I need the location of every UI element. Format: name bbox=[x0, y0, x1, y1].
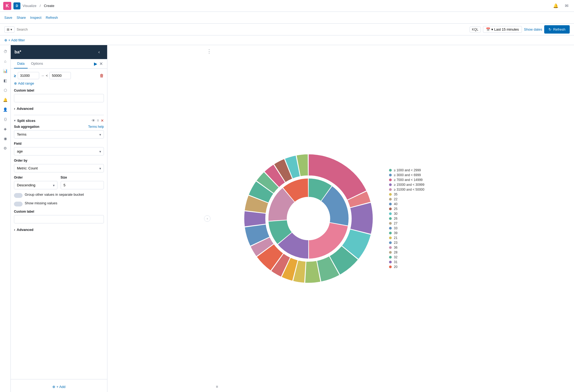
order-select[interactable]: Descending bbox=[14, 181, 57, 189]
chart-legend: ≥ 1000 and < 2999≥ 3000 and < 6999≥ 7000… bbox=[389, 168, 443, 269]
notifications-icon[interactable]: 🔔 bbox=[551, 2, 560, 10]
mail-icon[interactable]: ✉ bbox=[562, 2, 571, 10]
range-gte-input[interactable] bbox=[18, 72, 39, 79]
legend-label: ≥ 7000 and < 14999 bbox=[394, 178, 423, 182]
field-select[interactable]: age bbox=[14, 147, 104, 155]
legend-dot bbox=[389, 266, 392, 268]
sidebar-item-alerts[interactable]: 🔔 bbox=[1, 96, 10, 104]
legend-item: 30 bbox=[389, 212, 443, 216]
chevron-down-icon: ▾ bbox=[491, 27, 493, 31]
add-filter-button[interactable]: ⊕ + Add filter bbox=[4, 38, 25, 42]
panel-tabs: Data Options ▶ ✕ bbox=[11, 59, 107, 69]
chart-three-dot-button[interactable]: ⋮ bbox=[207, 48, 212, 54]
order-label: Order bbox=[14, 176, 57, 179]
range-lt-input[interactable] bbox=[49, 72, 71, 79]
show-missing-toggle[interactable] bbox=[14, 202, 23, 206]
sidebar-item-users[interactable]: 👤 bbox=[1, 105, 10, 114]
app-logo[interactable]: K bbox=[3, 2, 11, 10]
group-other-label: Group other values in separate bucket bbox=[25, 193, 84, 197]
legend-item: ≥ 15000 and < 30999 bbox=[389, 183, 443, 187]
tab-options[interactable]: Options bbox=[28, 59, 46, 68]
panel-resize-button[interactable]: ‹ bbox=[204, 215, 210, 222]
kql-button[interactable]: KQL bbox=[470, 27, 481, 32]
legend-label: 40 bbox=[394, 202, 397, 206]
legend-label: 28 bbox=[394, 251, 397, 254]
legend-item: ≥ 7000 and < 14999 bbox=[389, 178, 443, 182]
split-slices-equals-button[interactable]: = bbox=[97, 118, 99, 123]
sub-aggregation-select[interactable]: Terms bbox=[14, 130, 104, 139]
sidebar-item-visualize[interactable]: 📊 bbox=[1, 67, 10, 75]
sidebar-item-discover[interactable]: ⏱ bbox=[1, 47, 10, 56]
sidebar-item-canvas[interactable]: ◧ bbox=[1, 76, 10, 85]
split-slices-header: ▾ Split slices 👁 = ✕ bbox=[14, 118, 104, 123]
split-slices-collapse-button[interactable]: ▾ bbox=[14, 119, 16, 122]
sidebar-item-ml[interactable]: ◉ bbox=[1, 134, 10, 143]
sidebar-item-maps[interactable]: ⬡ bbox=[1, 86, 10, 95]
panel-title: ba* bbox=[14, 50, 21, 55]
legend-item: 40 bbox=[389, 202, 443, 206]
filter-icon: ⊞ bbox=[7, 28, 9, 31]
share-button[interactable]: Share bbox=[17, 14, 26, 21]
legend-label: ≥ 15000 and < 30999 bbox=[394, 183, 424, 187]
panel-scroll-area: ≥ → < 🗑 ⊕ Add range Custom label › Advan… bbox=[11, 69, 107, 379]
legend-dot bbox=[389, 174, 392, 176]
custom-label-input[interactable] bbox=[14, 94, 104, 102]
chart-bottom-toolbar: ≡ bbox=[215, 383, 219, 390]
panel-play-button[interactable]: ▶ bbox=[93, 59, 98, 68]
user-badge[interactable]: D bbox=[13, 2, 20, 9]
order-by-select[interactable]: Metric: Count bbox=[14, 164, 104, 172]
panel-header: ba* ‹ bbox=[11, 45, 107, 59]
sidebar-item-dev[interactable]: ⟨⟩ bbox=[1, 115, 10, 124]
chevron-right-icon: › bbox=[14, 107, 15, 111]
search-input[interactable] bbox=[17, 27, 467, 31]
add-label: + Add bbox=[56, 385, 66, 389]
panel-collapse-button[interactable]: ‹ bbox=[95, 48, 103, 56]
date-range-value: Last 15 minutes bbox=[494, 27, 519, 31]
add-icon: ⊕ bbox=[52, 385, 55, 389]
legend-label: 39 bbox=[394, 231, 397, 235]
advanced-toggle2-button[interactable]: › Advanced bbox=[14, 227, 33, 233]
add-range-button[interactable]: ⊕ Add range bbox=[14, 81, 34, 85]
legend-dot bbox=[389, 256, 392, 259]
tab-data[interactable]: Data bbox=[14, 59, 28, 68]
legend-item: 28 bbox=[389, 251, 443, 254]
advanced-toggle-button[interactable]: › Advanced bbox=[14, 106, 33, 112]
refresh-button[interactable]: ↻ Refresh bbox=[544, 25, 570, 34]
breadcrumb-parent[interactable]: Visualize bbox=[23, 4, 37, 8]
filter-type-button[interactable]: ⊞ ▾ bbox=[4, 26, 14, 33]
refresh-label: Refresh bbox=[553, 27, 565, 31]
sidebar-item-security[interactable]: ◈ bbox=[1, 125, 10, 133]
sidebar-item-dashboard[interactable]: ⌂ bbox=[1, 57, 10, 66]
save-button[interactable]: Save bbox=[4, 14, 12, 21]
gte-symbol: ≥ bbox=[14, 74, 16, 78]
breadcrumb-separator: / bbox=[40, 4, 41, 8]
panel-close-button[interactable]: ✕ bbox=[98, 59, 104, 68]
terms-help-button[interactable]: Terms help bbox=[88, 125, 104, 129]
group-other-toggle[interactable] bbox=[14, 193, 23, 198]
chevron-down-icon: ▾ bbox=[10, 28, 12, 31]
show-dates-button[interactable]: Show dates bbox=[524, 27, 542, 31]
legend-dot bbox=[389, 193, 392, 196]
breadcrumb-current: Create bbox=[44, 4, 54, 8]
add-filter-row: ⊕ + Add filter bbox=[0, 35, 574, 45]
delete-range-button[interactable]: 🗑 bbox=[100, 73, 104, 78]
legend-item: 26 bbox=[389, 217, 443, 220]
range-arrow: → bbox=[41, 74, 44, 78]
main-content: ⏱ ⌂ 📊 ◧ ⬡ 🔔 👤 ⟨⟩ ◈ ◉ ⚙ ba* ‹ Data Option… bbox=[0, 45, 574, 392]
legend-item: 33 bbox=[389, 226, 443, 230]
legend-dot bbox=[389, 251, 392, 254]
plus-icon: ⊕ bbox=[14, 81, 17, 85]
legend-dot bbox=[389, 217, 392, 220]
show-missing-label: Show missing values bbox=[25, 201, 57, 205]
chart-list-view-button[interactable]: ≡ bbox=[215, 383, 219, 390]
date-picker-button[interactable]: 📅 ▾ Last 15 minutes bbox=[483, 26, 522, 33]
custom-label2-input[interactable] bbox=[14, 215, 104, 223]
split-slices-delete-button[interactable]: ✕ bbox=[101, 118, 104, 123]
top-nav: K D Visualize / Create 🔔 ✉ bbox=[0, 0, 574, 12]
inspect-button[interactable]: Inspect bbox=[30, 14, 41, 21]
size-input[interactable] bbox=[61, 181, 104, 189]
add-button[interactable]: ⊕ + Add bbox=[52, 385, 66, 389]
split-slices-eye-button[interactable]: 👁 bbox=[92, 118, 95, 123]
sidebar-item-settings[interactable]: ⚙ bbox=[1, 144, 10, 153]
refresh-text-button[interactable]: Refresh bbox=[46, 14, 58, 21]
